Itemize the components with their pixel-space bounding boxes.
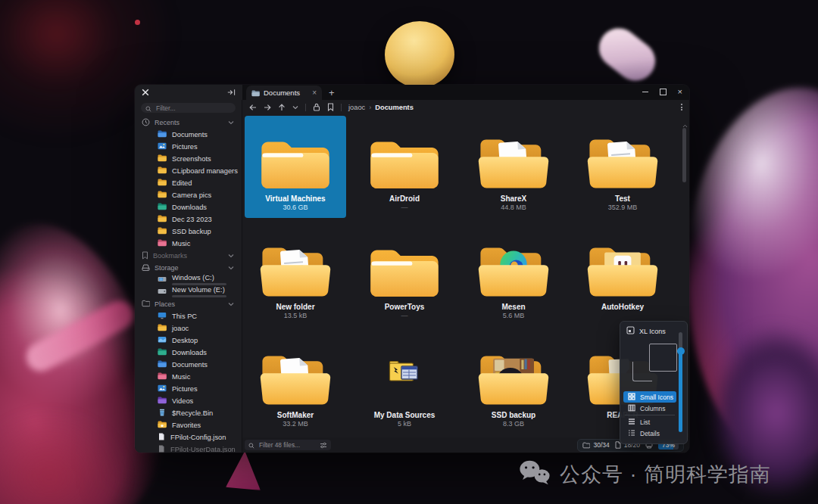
file-name: Mesen xyxy=(501,303,525,312)
sidebar-item-recycle-bin[interactable]: $Recycle.Bin xyxy=(135,407,242,419)
file-tile-powertoys[interactable]: PowerToys — xyxy=(354,224,455,326)
file-tile-sharex[interactable]: ShareX 44.8 MB xyxy=(463,116,564,218)
sidebar-item-clipboard-managers[interactable]: CLipboard managers xyxy=(135,165,242,177)
item-label: joaoc xyxy=(172,325,189,332)
file-name: SSD backup xyxy=(492,411,535,420)
chevron-down-icon[interactable] xyxy=(228,266,234,270)
sidebar-item-videos[interactable]: Videos xyxy=(135,395,242,407)
maximize-button[interactable] xyxy=(660,89,667,95)
file-tile-softmaker[interactable]: SoftMaker 33.2 MB xyxy=(245,332,346,434)
sidebar-section-recents[interactable]: Recents xyxy=(135,117,242,129)
tab-close-icon[interactable]: × xyxy=(312,89,317,97)
folder-icon xyxy=(476,332,551,411)
scrollbar-thumb[interactable] xyxy=(682,128,686,182)
folder-icon xyxy=(585,224,660,303)
file-tile-airdroid[interactable]: AirDroid — xyxy=(354,116,455,218)
sidebar-item-windows-c[interactable]: Windows (C:) xyxy=(135,274,242,286)
file-tile-virtual-machines[interactable]: Virtual Machines 30.6 GB xyxy=(245,116,346,218)
sidebar-item-pictures[interactable]: Pictures xyxy=(135,141,242,153)
sidebar-item-downloads[interactable]: Downloads xyxy=(135,347,242,359)
list-icon xyxy=(628,418,635,427)
sidebar-item-desktop[interactable]: Desktop xyxy=(135,334,242,347)
tab-documents[interactable]: Documents × xyxy=(246,86,322,100)
view-menu-item-columns[interactable]: Columns xyxy=(623,403,676,414)
chevron-down-icon[interactable] xyxy=(292,105,298,110)
close-button[interactable]: × xyxy=(678,88,682,96)
filter-options-icon[interactable] xyxy=(320,438,327,452)
more-options-icon[interactable] xyxy=(681,104,682,110)
sidebar-item-favorites[interactable]: Favorites xyxy=(135,419,242,431)
folder-pink-icon xyxy=(158,239,167,248)
sidebar-item-fpilot-userdata-json[interactable]: FPilot-UserData.json xyxy=(135,443,242,453)
icon-size-slider-thumb[interactable] xyxy=(677,347,685,355)
sidebar-item-downloads[interactable]: Downloads xyxy=(135,201,242,213)
view-menu-header[interactable]: XL Icons xyxy=(620,322,687,338)
up-icon[interactable] xyxy=(278,104,286,111)
file-tile-ssd-backup[interactable]: SSD backup 8.3 GB xyxy=(463,332,564,434)
minimize-button[interactable] xyxy=(642,92,648,92)
sidebar-item-ssd-backup[interactable]: SSD backup xyxy=(135,226,242,238)
new-tab-button[interactable]: + xyxy=(329,88,335,98)
sidebar-item-screenshots[interactable]: Screenshots xyxy=(135,153,242,165)
chevron-down-icon[interactable] xyxy=(228,120,234,125)
sidebar-section-storage[interactable]: Storage xyxy=(135,262,242,274)
section-label: Places xyxy=(155,300,175,308)
sidebar-item-dec-23-2023[interactable]: Dec 23 2023 xyxy=(135,213,242,226)
sidebar-item-documents[interactable]: Documents xyxy=(135,129,242,141)
scrollbar[interactable] xyxy=(682,117,687,337)
file-tile-autohotkey[interactable]: AutoHotkey xyxy=(572,224,673,326)
section-label: Storage xyxy=(155,264,179,272)
desktop-blue-icon xyxy=(158,336,167,345)
wallpaper-streak xyxy=(21,296,139,376)
breadcrumb-joaoc[interactable]: joaoc xyxy=(348,104,365,111)
sidebar-filter-box[interactable] xyxy=(141,103,236,113)
file-tile-my-data-sources[interactable]: My Data Sources 5 kB xyxy=(354,332,455,434)
forward-icon[interactable] xyxy=(264,104,271,111)
file-tile-new-folder[interactable]: New folder 13.5 kB xyxy=(245,224,346,326)
sidebar-item-new-volume-e[interactable]: New Volume (E:) xyxy=(135,286,242,298)
view-menu-item-list[interactable]: List xyxy=(623,416,676,428)
file-filter-input[interactable] xyxy=(258,440,317,450)
recycle-icon xyxy=(158,409,167,418)
item-label: Windows (C:) xyxy=(172,275,226,282)
menu-item-label: Columns xyxy=(640,405,666,412)
chevron-down-icon[interactable] xyxy=(228,302,234,306)
sidebar-item-fpilot-config-json[interactable]: FPilot-Config.json xyxy=(135,431,242,443)
lock-icon[interactable] xyxy=(313,103,320,111)
view-menu-item-small-icons[interactable]: Small Icons xyxy=(623,391,676,403)
sidebar-item-edited[interactable]: Edited xyxy=(135,177,242,189)
sidebar-collapse-icon[interactable] xyxy=(227,86,236,99)
bookmark-icon[interactable] xyxy=(327,103,334,111)
breadcrumb-documents[interactable]: Documents xyxy=(375,104,414,111)
view-menu-item-details[interactable]: Details xyxy=(623,428,676,439)
sidebar-filter-input[interactable] xyxy=(155,104,231,113)
file-name: AutoHotkey xyxy=(601,303,644,312)
file-tile-test[interactable]: Test 352.9 MB xyxy=(572,116,673,218)
folder-purple-icon xyxy=(158,397,167,406)
sidebar-section-places[interactable]: Places xyxy=(135,298,242,310)
sidebar-item-documents[interactable]: Documents xyxy=(135,359,242,371)
sidebar-item-joaoc[interactable]: joaoc xyxy=(135,322,242,334)
image-blue-icon xyxy=(158,142,167,151)
back-icon[interactable] xyxy=(249,104,257,111)
folder-teal-icon xyxy=(158,203,167,212)
sidebar-item-this-pc[interactable]: This PC xyxy=(135,310,242,322)
tab-strip: Documents × + × xyxy=(242,85,689,100)
image-blue-icon xyxy=(158,384,167,394)
item-label: CLipboard managers xyxy=(172,167,238,175)
monitor-icon xyxy=(158,312,167,321)
sidebar-item-camera-pics[interactable]: Camera pics xyxy=(135,189,242,201)
sidebar-item-music[interactable]: Music xyxy=(135,371,242,383)
item-label: Videos xyxy=(172,397,193,405)
sidebar-item-pictures[interactable]: Pictures xyxy=(135,383,242,395)
chevron-down-icon[interactable] xyxy=(228,254,234,258)
sidebar-item-music[interactable]: Music xyxy=(135,238,242,250)
file-tile-mesen[interactable]: Mesen 5.6 MB xyxy=(463,224,564,326)
item-label: This PC xyxy=(172,313,197,320)
file-size: 44.8 MB xyxy=(501,204,526,212)
legacy-folder-icon xyxy=(389,332,420,411)
wallpaper-sliver xyxy=(226,451,261,490)
folder-icon xyxy=(476,224,551,303)
status-filter-box[interactable] xyxy=(245,440,331,450)
sidebar-section-bookmarks[interactable]: Bookmarks xyxy=(135,250,242,262)
